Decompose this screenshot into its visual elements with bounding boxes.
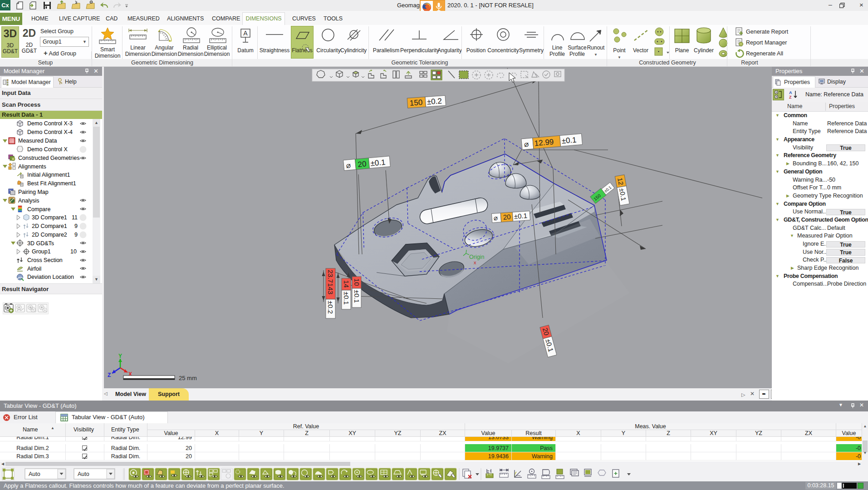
svg-text:Constructed Geometries: Constructed Geometries: [18, 155, 79, 161]
svg-text:Origin: Origin: [469, 254, 484, 260]
svg-text:2D Compare1: 2D Compare1: [32, 223, 67, 229]
svg-text:Initial Alignment1: Initial Alignment1: [27, 172, 70, 178]
svg-text:Y: Y: [118, 353, 122, 359]
svg-text:12: 12: [616, 177, 625, 186]
svg-text:Best Fit Alignment1: Best Fit Alignment1: [27, 180, 76, 187]
svg-text:±0.1: ±0.1: [353, 290, 361, 303]
svg-text:150: 150: [409, 98, 423, 108]
svg-text:11: 11: [72, 214, 78, 221]
svg-text:3D GD&Ts: 3D GD&Ts: [27, 240, 54, 247]
svg-text:±0.2: ±0.2: [327, 301, 334, 314]
svg-text:±0.1: ±0.1: [561, 135, 577, 145]
svg-text:2D Compare2: 2D Compare2: [32, 232, 67, 238]
svg-text:Group1: Group1: [32, 248, 51, 255]
svg-text:±0.2: ±0.2: [427, 97, 442, 106]
svg-text:Demo Control X-3: Demo Control X-3: [27, 120, 73, 127]
svg-text:A: A: [789, 90, 792, 95]
svg-text:9: 9: [74, 223, 78, 229]
svg-text:20: 20: [503, 213, 511, 221]
svg-text:⌀: ⌀: [493, 214, 498, 222]
svg-text:14: 14: [343, 280, 350, 288]
svg-text:Airfoil: Airfoil: [27, 266, 41, 272]
svg-text:Z: Z: [108, 372, 111, 378]
svg-text:Auto: Auto: [78, 471, 89, 477]
svg-text:±0.1: ±0.1: [514, 212, 527, 220]
svg-text:Compare: Compare: [27, 206, 50, 213]
svg-text:Auto: Auto: [29, 471, 40, 477]
svg-text:±0.1: ±0.1: [343, 292, 350, 305]
svg-text:12.99: 12.99: [534, 138, 554, 148]
svg-text:Alignments: Alignments: [18, 163, 46, 170]
svg-text:Demo Control X: Demo Control X: [27, 146, 68, 153]
svg-text:23.7143: 23.7143: [327, 270, 334, 294]
svg-text:25 mm: 25 mm: [179, 375, 197, 381]
svg-text:⌀: ⌀: [346, 161, 351, 170]
svg-text:20: 20: [358, 159, 367, 169]
svg-text:3D Compare1: 3D Compare1: [32, 214, 67, 221]
svg-text:⌀: ⌀: [524, 140, 529, 149]
svg-text:Demo Control X-4: Demo Control X-4: [27, 129, 73, 135]
svg-text:9: 9: [74, 232, 78, 238]
svg-text:x: x: [474, 260, 476, 265]
svg-text:Measured Data: Measured Data: [18, 138, 57, 144]
svg-text:10: 10: [70, 248, 77, 255]
svg-text:±0.1: ±0.1: [370, 158, 386, 168]
svg-text:Pairing Map: Pairing Map: [18, 189, 49, 195]
svg-text:10: 10: [353, 278, 361, 286]
svg-text:Analysis: Analysis: [18, 198, 39, 204]
svg-text:Cross Section: Cross Section: [27, 257, 63, 263]
svg-text:Z: Z: [789, 95, 792, 99]
svg-text:Deviation Location: Deviation Location: [27, 274, 74, 280]
